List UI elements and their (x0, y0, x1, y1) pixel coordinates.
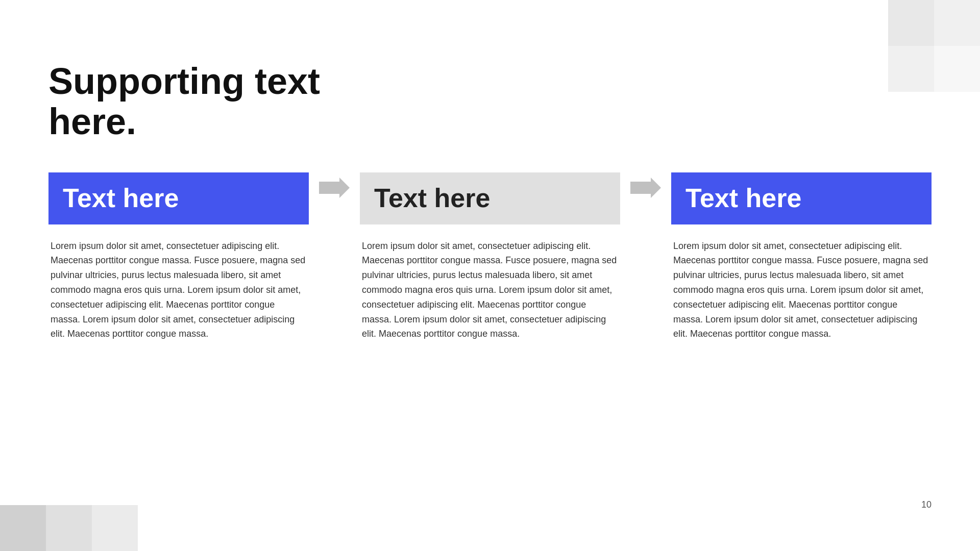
deco-square (934, 46, 980, 92)
card-3-body: Lorem ipsum dolor sit amet, consectetuer… (671, 224, 932, 342)
arrow-2 (620, 172, 671, 198)
page-number: 10 (921, 499, 932, 510)
card-1: Text here Lorem ipsum dolor sit amet, co… (48, 172, 309, 341)
deco-square (934, 0, 980, 46)
deco-square (888, 0, 934, 46)
deco-square (0, 505, 46, 551)
cards-row: Text here Lorem ipsum dolor sit amet, co… (48, 172, 932, 341)
card-1-header: Text here (48, 172, 309, 224)
arrow-1 (309, 172, 360, 198)
arrow-icon (630, 178, 661, 198)
svg-marker-1 (630, 178, 661, 198)
card-2: Text here Lorem ipsum dolor sit amet, co… (360, 172, 620, 341)
card-3-header: Text here (671, 172, 932, 224)
card-1-body: Lorem ipsum dolor sit amet, consectetuer… (48, 224, 309, 342)
card-2-header: Text here (360, 172, 620, 224)
card-1-header-text: Text here (63, 183, 179, 213)
arrow-icon (319, 178, 350, 198)
card-3: Text here Lorem ipsum dolor sit amet, co… (671, 172, 932, 341)
card-2-body: Lorem ipsum dolor sit amet, consectetuer… (360, 224, 620, 342)
page-heading: Supporting texthere. (48, 61, 932, 142)
svg-marker-0 (319, 178, 350, 198)
main-content: Supporting texthere. Text here Lorem ips… (48, 61, 932, 520)
card-2-header-text: Text here (374, 183, 490, 213)
card-3-header-text: Text here (685, 183, 801, 213)
